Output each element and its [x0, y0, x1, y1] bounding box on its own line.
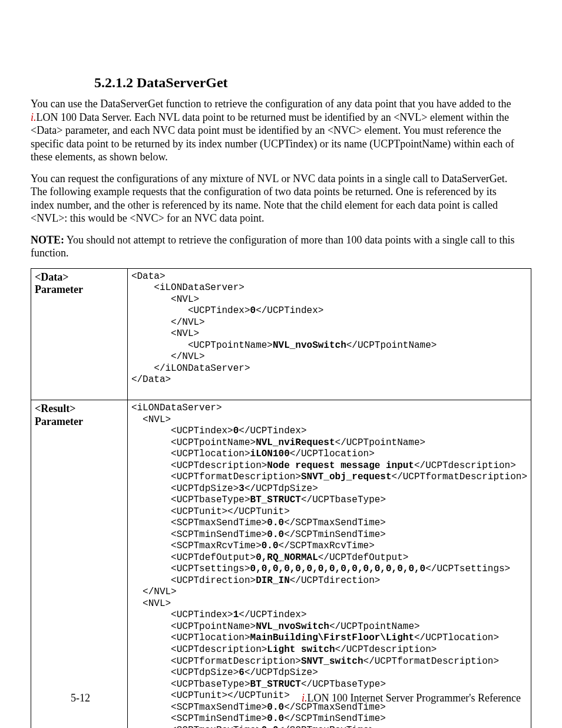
code-line: </iLONDataServer> — [131, 363, 250, 374]
paragraph: You can use the DataServerGet function t… — [31, 97, 515, 164]
paragraph: You can request the configurations of an… — [31, 172, 515, 225]
code-line: <UCPTdirection> — [131, 575, 256, 586]
code-bold: 0 — [250, 305, 256, 316]
text-run: LON 100 Internet Server Programmer's Ref… — [307, 692, 521, 704]
code-line: <UCPTindex> — [131, 305, 250, 316]
code-line: <iLONDataServer> — [131, 403, 222, 413]
book-title: i.LON 100 Internet Server Programmer's R… — [302, 691, 521, 705]
code-bold: Node request message input — [267, 460, 414, 471]
code-line: </UCPTsettings> — [425, 564, 510, 574]
code-line: </UCPTbaseType> — [301, 495, 386, 505]
code-line: <UCPTformatDescription> — [131, 656, 301, 667]
code-line: </SCPTmaxRcvTime> — [279, 541, 375, 551]
note-text: You should not attempt to retrieve the c… — [31, 234, 514, 259]
code-line: </UCPTindex> — [239, 426, 306, 436]
code-line: <UCPTpointName> — [131, 340, 273, 351]
note-label: NOTE: — [31, 234, 64, 246]
code-line: </UCPTdefOutput> — [318, 552, 409, 563]
code-line: <UCPTdescription> — [131, 644, 267, 655]
section-heading: 5.2.1.2 DataServerGet — [94, 74, 531, 91]
code-line: </UCPTpointName> — [346, 340, 437, 351]
code-line: <UCPTpointName> — [131, 621, 256, 632]
code-line: </NVL> — [131, 587, 177, 597]
page-footer: 5-12 i.LON 100 Internet Server Programme… — [0, 691, 562, 705]
table-row: <Data> Parameter <Data> <iLONDataServer>… — [31, 268, 531, 400]
parameter-name-cell: <Data> Parameter — [31, 268, 128, 400]
code-line: <SCPTminSendTime> — [131, 713, 267, 724]
page-number: 5-12 — [71, 691, 90, 705]
row-label: Parameter — [35, 284, 83, 295]
code-line: <SCPTmaxRcvTime> — [131, 541, 262, 551]
code-line: <SCPTminSendTime> — [131, 529, 267, 540]
code-line: <NVL> — [131, 294, 199, 305]
code-line: </UCPTformatDescription> — [392, 472, 527, 482]
code-line: <UCPTbaseType> — [131, 495, 250, 505]
code-line: <UCPTformatDescription> — [131, 472, 301, 482]
text-run: LON 100 Data Server. Each NVL data point… — [31, 111, 514, 163]
code-bold: 0,0,0,0,0,0,0,0,0,0,0,0,0,0,0,0 — [250, 564, 426, 574]
code-bold: 0.0 — [262, 541, 279, 551]
code-line: <iLONDataServer> — [131, 282, 244, 293]
code-line: <UCPTindex> — [131, 610, 233, 620]
code-bold: SNVT_obj_request — [301, 472, 392, 482]
code-bold: 0.0 — [267, 518, 284, 528]
code-line: <Data> — [131, 271, 166, 282]
code-bold: 6 — [239, 667, 244, 678]
table-row: <Result> Parameter <iLONDataServer> <NVL… — [31, 400, 531, 728]
code-bold: 3 — [239, 483, 244, 494]
code-bold: MainBuilding\FirstFloor\Light — [250, 633, 414, 643]
code-bold: BT_STRUCT — [250, 679, 301, 690]
row-label: Parameter — [35, 416, 83, 427]
text-run: You can use the DataServerGet function t… — [31, 98, 511, 110]
code-line: <UCPTunit></UCPTunit> — [131, 506, 290, 517]
code-line: <UCPTpointName> — [131, 437, 256, 448]
code-bold: 0.0 — [262, 725, 279, 728]
code-line: </UCPTpointName> — [329, 621, 420, 632]
code-line: </SCPTminSendTime> — [284, 713, 386, 724]
code-line: <SCPTmaxSendTime> — [131, 518, 267, 528]
row-label: <Data> — [35, 271, 69, 283]
parameter-table: <Data> Parameter <Data> <iLONDataServer>… — [31, 268, 531, 729]
code-line: </SCPTmaxSendTime> — [284, 518, 386, 528]
code-line: </UCPTindex> — [256, 305, 323, 316]
code-line: </UCPTpointName> — [335, 437, 426, 448]
code-line: </UCPTlocation> — [414, 633, 499, 643]
code-line: </UCPTdpSize> — [244, 667, 318, 678]
parameter-name-cell: <Result> Parameter — [31, 400, 128, 728]
code-bold: 0,RQ_NORMAL — [256, 552, 318, 563]
code-cell: <Data> <iLONDataServer> <NVL> <UCPTindex… — [127, 268, 531, 400]
code-line: </UCPTdescription> — [335, 644, 437, 655]
code-line: <UCPTindex> — [131, 426, 233, 436]
code-line: </SCPTmaxRcvTime> — [279, 725, 375, 728]
code-cell: <iLONDataServer> <NVL> <UCPTindex>0</UCP… — [127, 400, 531, 728]
code-line: <UCPTsettings> — [131, 564, 250, 574]
code-bold: DIR_IN — [256, 575, 290, 586]
code-line: <UCPTdpSize> — [131, 483, 239, 494]
code-bold: BT_STRUCT — [250, 495, 301, 505]
code-line: <UCPTdpSize> — [131, 667, 239, 678]
code-line: <UCPTlocation> — [131, 633, 250, 643]
code-line: <UCPTdefOutput> — [131, 552, 256, 563]
code-line: </UCPTdpSize> — [244, 483, 318, 494]
code-line: <UCPTdescription> — [131, 460, 267, 471]
code-bold: NVL_nvoSwitch — [256, 621, 329, 632]
code-bold: 0.0 — [267, 713, 284, 724]
code-line: <UCPTlocation> — [131, 449, 250, 459]
code-line: </NVL> — [131, 351, 205, 362]
code-line: <NVL> — [131, 328, 199, 339]
italic-i: i. — [31, 111, 37, 123]
code-line: <NVL> — [131, 414, 171, 425]
row-label: <Result> — [35, 403, 76, 414]
section-title: DataServerGet — [137, 75, 228, 90]
code-line: </UCPTlocation> — [290, 449, 375, 459]
italic-i: i. — [302, 692, 308, 704]
code-line: </UCPTindex> — [239, 610, 306, 620]
code-bold: 0 — [233, 426, 239, 436]
note-paragraph: NOTE: You should not attempt to retrieve… — [31, 233, 515, 260]
code-line: </Data> — [131, 374, 171, 385]
code-line: </UCPTbaseType> — [301, 679, 386, 690]
code-line: <SCPTmaxRcvTime> — [131, 725, 262, 728]
code-line: <NVL> — [131, 598, 171, 609]
code-line: <UCPTbaseType> — [131, 679, 250, 690]
code-line: </UCPTdirection> — [290, 575, 381, 586]
